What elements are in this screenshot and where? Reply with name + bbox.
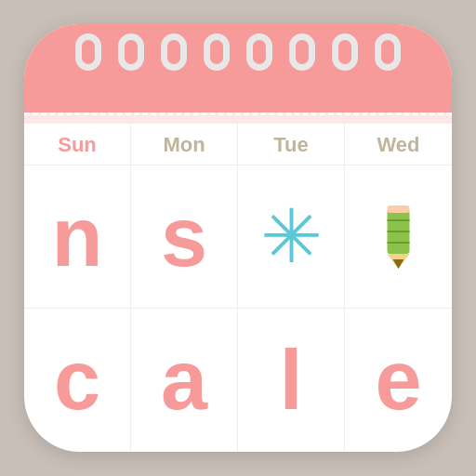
cell-asterisk: ✳ [238, 165, 345, 309]
day-label-tue: Tue [238, 124, 345, 165]
asterisk-icon: ✳ [260, 200, 323, 274]
ring-6 [289, 33, 315, 71]
letter-s: s [161, 195, 207, 279]
rings-container [75, 33, 401, 71]
dashed-separator [24, 112, 452, 124]
ring-8 [375, 33, 401, 71]
ring-5 [246, 33, 272, 71]
cell-l: l [238, 309, 345, 452]
letter-c: c [54, 338, 100, 422]
svg-rect-1 [388, 205, 410, 213]
ring-4 [204, 33, 230, 71]
day-label-mon: Mon [131, 124, 238, 165]
cell-a: a [131, 309, 238, 452]
cell-e: e [345, 309, 452, 452]
ring-7 [332, 33, 358, 71]
day-labels-row: Sun Mon Tue Wed [24, 124, 452, 165]
letter-a: a [161, 338, 207, 422]
letter-l: l [279, 338, 302, 422]
ring-2 [118, 33, 144, 71]
ring-1 [75, 33, 101, 71]
pencil-icon [368, 202, 429, 271]
app-icon: Sun Mon Tue Wed n s ✳ [24, 24, 452, 452]
letter-n: n [52, 195, 103, 279]
calendar-grid: n s ✳ c [24, 165, 452, 452]
cell-s: s [131, 165, 238, 309]
calendar-header [24, 24, 452, 112]
svg-marker-3 [393, 259, 404, 269]
ring-3 [161, 33, 187, 71]
cell-pencil [345, 165, 452, 309]
day-label-sun: Sun [24, 124, 131, 165]
cell-c: c [24, 309, 131, 452]
cell-n: n [24, 165, 131, 309]
letter-e: e [375, 338, 421, 422]
day-label-wed: Wed [345, 124, 452, 165]
